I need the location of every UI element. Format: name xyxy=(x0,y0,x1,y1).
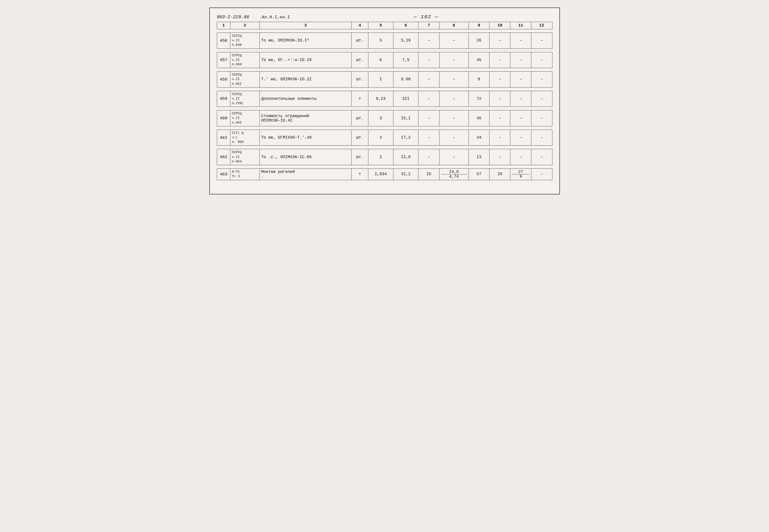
row-unit: шт. xyxy=(351,72,368,88)
row-number: 463 xyxy=(217,168,230,180)
table-row: 457ССРСЦч.IIп.650То же, ОГ..•':о–ІО.І8шт… xyxy=(217,52,552,68)
row-ref: ССРСЦч.IIп.655 xyxy=(230,110,260,126)
row-col8: – xyxy=(439,130,469,146)
row-col10: – xyxy=(490,91,510,107)
row-col9: 72 xyxy=(469,91,489,107)
row-col5: I xyxy=(368,149,393,165)
table-row: 46IССТ( Цч'(п. 856То же, ОГМІХЭб–Т.'.48ш… xyxy=(217,130,552,146)
row-col10: – xyxy=(490,33,510,49)
table-row: 456ССРСЦч.IIп.648То же, ОПІМХЭ6–ІО.І^шт.… xyxy=(217,33,552,49)
row-col7: – xyxy=(419,130,439,146)
row-col12: – xyxy=(531,130,552,146)
document-id: 903-I-229.86 xyxy=(217,15,249,20)
row-number: 457 xyxy=(217,52,230,68)
row-col8: – xyxy=(439,91,469,107)
row-col6: 3II xyxy=(394,91,419,107)
row-col9: 57 xyxy=(469,168,489,180)
col-header-11: 11 xyxy=(510,22,531,29)
row-col8: – xyxy=(439,110,469,126)
row-number: 458 xyxy=(217,72,230,88)
col-header-8: 8 xyxy=(439,22,469,29)
spacer-row xyxy=(217,49,552,52)
row-col6: I2,8 xyxy=(394,149,419,165)
row-col9: 34 xyxy=(469,130,489,146)
row-col11: – xyxy=(510,52,531,68)
row-col12: – xyxy=(531,91,552,107)
row-col10: – xyxy=(490,130,510,146)
row-number: 460 xyxy=(217,110,230,126)
row-col12: – xyxy=(531,149,552,165)
col-header-3: 3 xyxy=(259,22,351,29)
row-col9: 8 xyxy=(469,72,489,88)
row-col7: – xyxy=(419,52,439,68)
row-col11: – xyxy=(510,33,531,49)
row-ref: 9–ТСТс 3 xyxy=(230,168,260,180)
row-col12: – xyxy=(531,72,552,88)
row-col5: I xyxy=(368,72,393,88)
col-header-5: 5 xyxy=(368,22,393,29)
col-header-10: 10 xyxy=(490,22,510,29)
row-col7: – xyxy=(419,72,439,88)
row-col8: – xyxy=(439,52,469,68)
row-col11: – xyxy=(510,149,531,165)
row-ref: ССРСЦч.IIп.650 xyxy=(230,52,260,68)
row-col10: – xyxy=(490,110,510,126)
row-col8: – xyxy=(439,72,469,88)
row-ref: ССТ( Цч'(п. 856 xyxy=(230,130,260,146)
spacer-row xyxy=(217,126,552,130)
table-row: 458ССРСЦч.IIп.65IТ.' же, ОПІМХЭ6–ІО.2Ішт… xyxy=(217,72,552,88)
row-unit: т xyxy=(351,91,368,107)
col-header-9: 9 xyxy=(469,22,489,29)
row-col7: – xyxy=(419,91,439,107)
row-col12: – xyxy=(531,52,552,68)
row-unit: шт. xyxy=(351,110,368,126)
row-col10: – xyxy=(490,72,510,88)
row-ref: ССРСЦч.IIп.654 xyxy=(230,149,260,165)
document-header: 903-I-229.86 .Ал.9.I,кн.I — 102 — xyxy=(217,14,552,20)
row-number: 46I xyxy=(217,130,230,146)
row-col7: IO xyxy=(419,168,439,180)
spacer-row xyxy=(217,165,552,168)
row-description: То .с., ОПІМХЭ6–IС.86 xyxy=(259,149,351,165)
row-col11: – xyxy=(510,110,531,126)
row-col6: I7,2 xyxy=(394,130,419,146)
document-ref: .Ал.9.I,кн.I xyxy=(259,15,290,20)
row-description: То же, ОГ..•':о–ІО.І8 xyxy=(259,52,351,68)
row-col7: – xyxy=(419,33,439,49)
row-col11: – xyxy=(510,91,531,107)
row-col9: 45 xyxy=(469,110,489,126)
row-col5: 5 xyxy=(368,33,393,49)
page-number: — 102 — xyxy=(414,14,439,20)
row-unit: т xyxy=(351,168,368,180)
row-number: 456 xyxy=(217,33,230,49)
col-header-12: 12 xyxy=(531,22,552,29)
col-header-4: 4 xyxy=(351,22,368,29)
row-number: 462 xyxy=(217,149,230,165)
row-description: Стоимость огражденийОПІМХЭ6–ІО.42 xyxy=(259,110,351,126)
row-col5: I,834 xyxy=(368,168,393,180)
row-unit: шт. xyxy=(351,33,368,49)
row-description: То же, ОПІМХЭ6–ІО.І^ xyxy=(259,33,351,49)
row-col9: 45 xyxy=(469,52,489,68)
row-description: То же, ОГМІХЭб–Т.'.48 xyxy=(259,130,351,146)
row-col5: 2 xyxy=(368,130,393,146)
row-col5: 3 xyxy=(368,110,393,126)
row-col5: 6 xyxy=(368,52,393,68)
row-col7: – xyxy=(419,149,439,165)
row-col5: 0,23 xyxy=(368,91,393,107)
row-description: Дополнительные элементы xyxy=(259,91,351,107)
row-unit: шт. xyxy=(351,130,368,146)
row-col9: 26 xyxy=(469,33,489,49)
row-description: Монтаж ригелей. xyxy=(259,168,351,180)
spacer-row xyxy=(217,29,552,33)
spacer-row xyxy=(217,68,552,72)
table-row: 4639–ТСТс 3Монтаж ригелей.тI,8343I,2IOI4… xyxy=(217,168,552,180)
table-row: 459ССРСЦч.IIп.228(Дополнительные элемент… xyxy=(217,91,552,107)
row-col11: – xyxy=(510,72,531,88)
row-col6: 3I,2 xyxy=(394,168,419,180)
row-col9: I3 xyxy=(469,149,489,165)
row-ref: ССРСЦч.IIп.65I xyxy=(230,72,260,88)
row-number: 459 xyxy=(217,91,230,107)
spacer-row xyxy=(217,146,552,149)
row-col6: 8.08 xyxy=(394,72,419,88)
